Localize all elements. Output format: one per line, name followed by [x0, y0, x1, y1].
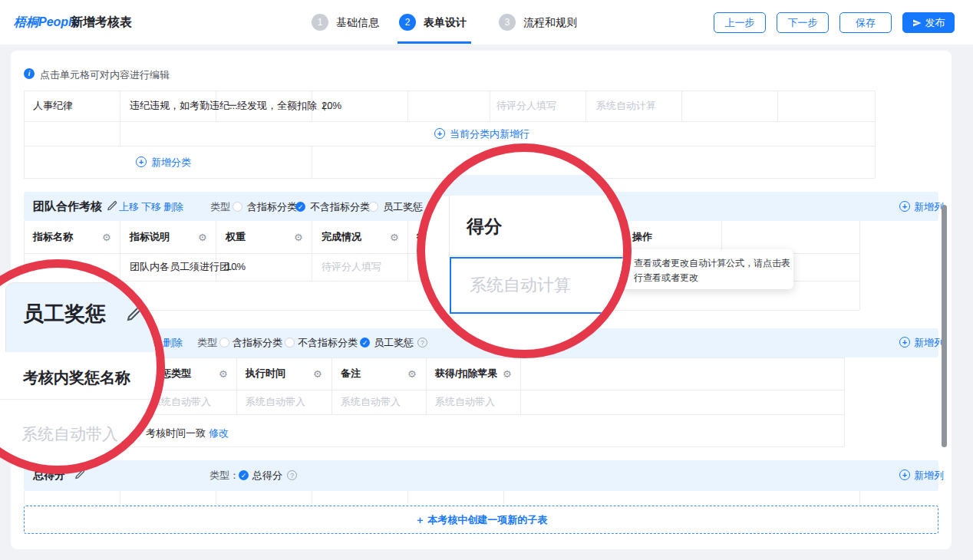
col-header-weight: 权重 — [226, 232, 246, 242]
radio-total-label[interactable]: 总得分 — [252, 470, 282, 480]
magnifier-right: 得分 系统自动计算 — [417, 143, 632, 358]
gear-icon[interactable] — [102, 232, 111, 243]
screen: 梧桐People 新增考核表 1 基础信息 2 表单设计 3 流程和规则 上一步… — [0, 0, 973, 560]
edit-pencil-icon — [126, 305, 144, 325]
col-header-actions: 操作 — [632, 232, 652, 242]
cell-category-name[interactable]: 人事纪律 — [33, 100, 73, 110]
cell-team-status-placeholder[interactable]: 待评分人填写 — [322, 262, 381, 272]
gear-icon[interactable] — [313, 368, 322, 380]
col-header-indicator-desc: 指标说明 — [130, 232, 170, 242]
plus-circle-icon — [136, 156, 147, 167]
cell-status-placeholder[interactable]: 待评分人填写 — [496, 100, 556, 110]
cell-indicator-desc[interactable]: 违纪违规，如考勤违纪... — [130, 100, 238, 110]
gear-icon[interactable] — [294, 232, 303, 243]
delete-link[interactable]: 删除 — [163, 202, 183, 212]
type-label: 类型： — [209, 470, 239, 480]
col-header-indicator-name: 指标名称 — [33, 232, 73, 242]
help-icon[interactable] — [287, 470, 297, 480]
magnified-reward-placeholder: 系统自动带入 — [21, 426, 118, 442]
magnified-cell-border — [449, 255, 632, 256]
col-header-exec-time: 执行时间 — [246, 368, 285, 378]
add-column-link[interactable]: 新增列 — [914, 202, 944, 212]
radio-with-indicator-label[interactable]: 含指标分类 — [247, 202, 297, 212]
cell-auto-fill-placeholder[interactable]: 系统自动带入 — [246, 397, 305, 407]
plus-circle-icon — [434, 128, 445, 139]
move-up-link[interactable]: 上移 — [119, 202, 139, 212]
cell-auto-fill-placeholder[interactable]: 系统自动带入 — [341, 397, 401, 407]
edit-hint-text: 点击单元格可对内容进行编辑 — [40, 70, 170, 80]
radio-reward[interactable] — [368, 202, 378, 212]
plus-circle-icon — [899, 337, 910, 348]
magnified-reward-title: 员工奖惩 — [23, 304, 106, 324]
radio-reward-label[interactable]: 员工奖惩 — [374, 338, 414, 348]
move-down-link[interactable]: 下移 — [141, 202, 161, 212]
magnified-cell-border — [449, 196, 450, 255]
gear-icon[interactable] — [407, 368, 417, 380]
magnified-reward-header: 考核内奖惩名称 — [23, 370, 130, 385]
add-row-in-category-link[interactable]: 当前分类内新增行 — [450, 129, 529, 139]
radio-with-indicator-label[interactable]: 含指标分类 — [233, 338, 282, 348]
magnified-focused-cell: 系统自动计算 — [450, 257, 632, 314]
radio-without-indicator-checked[interactable] — [295, 202, 305, 212]
add-category-link[interactable]: 新增分类 — [151, 157, 191, 167]
plus-circle-icon — [899, 201, 910, 212]
radio-with-indicator[interactable] — [219, 338, 229, 348]
cell-weight[interactable]: 20% — [322, 100, 341, 110]
tooltip-line-2: 行查看或者更改 — [634, 273, 698, 282]
magnified-score-header: 得分 — [467, 218, 502, 236]
add-column-link[interactable]: 新增列 — [914, 470, 944, 480]
vertical-scrollbar[interactable] — [942, 205, 947, 447]
gear-icon[interactable] — [198, 232, 207, 243]
edit-pencil-icon[interactable] — [107, 200, 118, 214]
radio-reward-checked[interactable] — [360, 338, 370, 348]
cell-score-placeholder[interactable]: 系统自动计算 — [596, 100, 656, 110]
team-section-title: 团队合作考核 — [33, 200, 102, 212]
col-header-status: 完成情况 — [322, 232, 361, 242]
radio-without-indicator-label[interactable]: 不含指标分类 — [310, 202, 370, 212]
radio-reward-label[interactable]: 员工奖惩 — [383, 202, 423, 212]
help-icon[interactable] — [417, 338, 427, 348]
cell-auto-fill-placeholder[interactable]: 系统自动带入 — [435, 397, 495, 407]
magnified-band-strip — [417, 175, 632, 196]
cell-team-desc[interactable]: 团队内各员工须进行团... — [130, 262, 238, 272]
gear-icon[interactable] — [219, 368, 228, 380]
modify-link[interactable]: 修改 — [209, 428, 229, 438]
reward-time-note: 考核时间一致 — [146, 428, 206, 438]
delete-link[interactable]: 删除 — [163, 338, 183, 348]
tooltip-line-1: 查看或者更改自动计算公式，请点击表 — [634, 259, 790, 268]
col-header-note: 备注 — [341, 368, 361, 378]
formula-tooltip: 查看或者更改自动计算公式，请点击表 行查看或者更改 — [622, 249, 793, 289]
col-header-apples: 获得/扣除苹果 — [435, 368, 498, 378]
add-column-link[interactable]: 新增列 — [914, 338, 944, 348]
magnified-cell-border — [0, 399, 160, 400]
magnified-score-placeholder: 系统自动计算 — [470, 277, 571, 294]
plus-circle-icon — [899, 469, 910, 480]
radio-without-indicator-label[interactable]: 不含指标分类 — [298, 338, 358, 348]
cell-team-weight[interactable]: 10% — [226, 262, 246, 272]
radio-without-indicator[interactable] — [285, 338, 295, 348]
radio-with-indicator[interactable] — [233, 202, 242, 212]
radio-total-checked[interactable] — [239, 470, 249, 480]
cell-rule-desc[interactable]: 一经发现，全额扣除（... — [227, 100, 335, 110]
gear-icon[interactable] — [390, 232, 399, 243]
gear-icon[interactable] — [503, 368, 512, 380]
